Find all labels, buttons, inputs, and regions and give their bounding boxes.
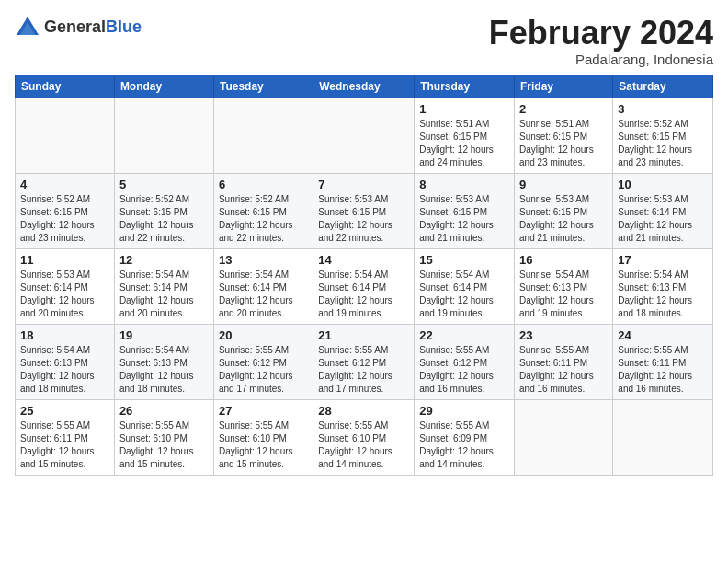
day-number: 13 bbox=[219, 253, 308, 267]
page-header: GeneralBlue February 2024 Padalarang, In… bbox=[15, 15, 713, 67]
calendar-cell: 5Sunrise: 5:52 AM Sunset: 6:15 PM Daylig… bbox=[114, 173, 213, 248]
calendar-cell: 2Sunrise: 5:51 AM Sunset: 6:15 PM Daylig… bbox=[515, 98, 613, 173]
week-row-2: 11Sunrise: 5:53 AM Sunset: 6:14 PM Dayli… bbox=[16, 248, 713, 324]
calendar-cell: 19Sunrise: 5:54 AM Sunset: 6:13 PM Dayli… bbox=[114, 324, 213, 399]
day-info: Sunrise: 5:55 AM Sunset: 6:12 PM Dayligh… bbox=[219, 344, 308, 396]
day-info: Sunrise: 5:53 AM Sunset: 6:14 PM Dayligh… bbox=[618, 193, 708, 245]
calendar-cell bbox=[213, 98, 313, 173]
day-number: 26 bbox=[119, 404, 209, 418]
day-info: Sunrise: 5:54 AM Sunset: 6:14 PM Dayligh… bbox=[318, 269, 409, 320]
day-info: Sunrise: 5:53 AM Sunset: 6:15 PM Dayligh… bbox=[419, 193, 509, 245]
location: Padalarang, Indonesia bbox=[489, 52, 713, 67]
day-info: Sunrise: 5:52 AM Sunset: 6:15 PM Dayligh… bbox=[618, 118, 708, 169]
day-info: Sunrise: 5:54 AM Sunset: 6:13 PM Dayligh… bbox=[519, 269, 608, 320]
day-number: 23 bbox=[519, 328, 608, 342]
calendar-cell: 12Sunrise: 5:54 AM Sunset: 6:14 PM Dayli… bbox=[114, 248, 213, 324]
day-info: Sunrise: 5:54 AM Sunset: 6:14 PM Dayligh… bbox=[119, 269, 209, 320]
calendar-cell: 23Sunrise: 5:55 AM Sunset: 6:11 PM Dayli… bbox=[515, 324, 613, 399]
day-number: 28 bbox=[318, 404, 409, 418]
day-info: Sunrise: 5:53 AM Sunset: 6:15 PM Dayligh… bbox=[318, 193, 409, 245]
day-number: 7 bbox=[318, 178, 409, 191]
day-info: Sunrise: 5:52 AM Sunset: 6:15 PM Dayligh… bbox=[119, 193, 209, 245]
calendar-cell: 28Sunrise: 5:55 AM Sunset: 6:10 PM Dayli… bbox=[313, 399, 415, 475]
header-day-monday: Monday bbox=[114, 75, 213, 98]
day-number: 25 bbox=[20, 404, 109, 418]
day-info: Sunrise: 5:52 AM Sunset: 6:15 PM Dayligh… bbox=[20, 193, 109, 245]
calendar-cell: 21Sunrise: 5:55 AM Sunset: 6:12 PM Dayli… bbox=[313, 324, 415, 399]
calendar-cell bbox=[313, 98, 415, 173]
calendar-cell: 20Sunrise: 5:55 AM Sunset: 6:12 PM Dayli… bbox=[213, 324, 313, 399]
day-number: 1 bbox=[419, 102, 509, 116]
day-number: 12 bbox=[119, 253, 209, 267]
day-number: 8 bbox=[419, 178, 509, 191]
day-info: Sunrise: 5:54 AM Sunset: 6:13 PM Dayligh… bbox=[618, 269, 708, 320]
logo-blue-text: Blue bbox=[106, 17, 142, 36]
day-info: Sunrise: 5:54 AM Sunset: 6:14 PM Dayligh… bbox=[419, 269, 509, 320]
header-day-friday: Friday bbox=[515, 75, 613, 98]
day-info: Sunrise: 5:51 AM Sunset: 6:15 PM Dayligh… bbox=[519, 118, 608, 169]
day-info: Sunrise: 5:55 AM Sunset: 6:12 PM Dayligh… bbox=[419, 344, 509, 396]
calendar-cell bbox=[515, 399, 613, 475]
calendar-cell: 16Sunrise: 5:54 AM Sunset: 6:13 PM Dayli… bbox=[515, 248, 613, 324]
calendar-cell: 17Sunrise: 5:54 AM Sunset: 6:13 PM Dayli… bbox=[613, 248, 713, 324]
day-info: Sunrise: 5:54 AM Sunset: 6:14 PM Dayligh… bbox=[219, 269, 308, 320]
day-info: Sunrise: 5:55 AM Sunset: 6:10 PM Dayligh… bbox=[219, 419, 308, 471]
day-number: 16 bbox=[519, 253, 608, 267]
day-number: 22 bbox=[419, 328, 509, 342]
day-info: Sunrise: 5:55 AM Sunset: 6:09 PM Dayligh… bbox=[419, 419, 509, 471]
day-number: 24 bbox=[618, 328, 708, 342]
calendar-cell: 1Sunrise: 5:51 AM Sunset: 6:15 PM Daylig… bbox=[415, 98, 515, 173]
day-info: Sunrise: 5:55 AM Sunset: 6:12 PM Dayligh… bbox=[318, 344, 409, 396]
header-row: SundayMondayTuesdayWednesdayThursdayFrid… bbox=[16, 75, 713, 98]
day-info: Sunrise: 5:54 AM Sunset: 6:13 PM Dayligh… bbox=[20, 344, 109, 396]
day-number: 21 bbox=[318, 328, 409, 342]
week-row-3: 18Sunrise: 5:54 AM Sunset: 6:13 PM Dayli… bbox=[16, 324, 713, 399]
calendar-cell: 8Sunrise: 5:53 AM Sunset: 6:15 PM Daylig… bbox=[415, 173, 515, 248]
day-number: 5 bbox=[119, 178, 209, 191]
calendar-table: SundayMondayTuesdayWednesdayThursdayFrid… bbox=[15, 75, 713, 476]
calendar-cell: 10Sunrise: 5:53 AM Sunset: 6:14 PM Dayli… bbox=[613, 173, 713, 248]
day-number: 15 bbox=[419, 253, 509, 267]
logo-general-text: General bbox=[44, 17, 106, 36]
day-info: Sunrise: 5:55 AM Sunset: 6:10 PM Dayligh… bbox=[318, 419, 409, 471]
logo: GeneralBlue bbox=[15, 15, 142, 40]
day-info: Sunrise: 5:54 AM Sunset: 6:13 PM Dayligh… bbox=[119, 344, 209, 396]
calendar-cell bbox=[613, 399, 713, 475]
day-number: 2 bbox=[519, 102, 608, 116]
calendar-cell: 26Sunrise: 5:55 AM Sunset: 6:10 PM Dayli… bbox=[114, 399, 213, 475]
calendar-cell: 3Sunrise: 5:52 AM Sunset: 6:15 PM Daylig… bbox=[613, 98, 713, 173]
day-info: Sunrise: 5:55 AM Sunset: 6:11 PM Dayligh… bbox=[20, 419, 109, 471]
day-number: 10 bbox=[618, 178, 708, 191]
day-info: Sunrise: 5:52 AM Sunset: 6:15 PM Dayligh… bbox=[219, 193, 308, 245]
calendar-header: SundayMondayTuesdayWednesdayThursdayFrid… bbox=[16, 75, 713, 98]
day-number: 6 bbox=[219, 178, 308, 191]
calendar-cell: 9Sunrise: 5:53 AM Sunset: 6:15 PM Daylig… bbox=[515, 173, 613, 248]
day-info: Sunrise: 5:55 AM Sunset: 6:10 PM Dayligh… bbox=[119, 419, 209, 471]
calendar-cell: 11Sunrise: 5:53 AM Sunset: 6:14 PM Dayli… bbox=[16, 248, 115, 324]
week-row-4: 25Sunrise: 5:55 AM Sunset: 6:11 PM Dayli… bbox=[16, 399, 713, 475]
title-block: February 2024 Padalarang, Indonesia bbox=[489, 15, 713, 67]
day-number: 9 bbox=[519, 178, 608, 191]
day-info: Sunrise: 5:51 AM Sunset: 6:15 PM Dayligh… bbox=[419, 118, 509, 169]
week-row-1: 4Sunrise: 5:52 AM Sunset: 6:15 PM Daylig… bbox=[16, 173, 713, 248]
day-number: 29 bbox=[419, 404, 509, 418]
day-number: 11 bbox=[20, 253, 109, 267]
day-number: 14 bbox=[318, 253, 409, 267]
day-number: 20 bbox=[219, 328, 308, 342]
day-number: 18 bbox=[20, 328, 109, 342]
day-info: Sunrise: 5:53 AM Sunset: 6:14 PM Dayligh… bbox=[20, 269, 109, 320]
calendar-cell: 4Sunrise: 5:52 AM Sunset: 6:15 PM Daylig… bbox=[16, 173, 115, 248]
day-number: 3 bbox=[618, 102, 708, 116]
calendar-body: 1Sunrise: 5:51 AM Sunset: 6:15 PM Daylig… bbox=[16, 98, 713, 475]
calendar-cell: 18Sunrise: 5:54 AM Sunset: 6:13 PM Dayli… bbox=[16, 324, 115, 399]
calendar-cell bbox=[114, 98, 213, 173]
calendar-cell: 13Sunrise: 5:54 AM Sunset: 6:14 PM Dayli… bbox=[213, 248, 313, 324]
calendar-cell: 14Sunrise: 5:54 AM Sunset: 6:14 PM Dayli… bbox=[313, 248, 415, 324]
header-day-thursday: Thursday bbox=[415, 75, 515, 98]
calendar-cell bbox=[16, 98, 115, 173]
calendar-cell: 29Sunrise: 5:55 AM Sunset: 6:09 PM Dayli… bbox=[415, 399, 515, 475]
day-number: 4 bbox=[20, 178, 109, 191]
calendar-cell: 15Sunrise: 5:54 AM Sunset: 6:14 PM Dayli… bbox=[415, 248, 515, 324]
header-day-tuesday: Tuesday bbox=[213, 75, 313, 98]
day-info: Sunrise: 5:55 AM Sunset: 6:11 PM Dayligh… bbox=[618, 344, 708, 396]
